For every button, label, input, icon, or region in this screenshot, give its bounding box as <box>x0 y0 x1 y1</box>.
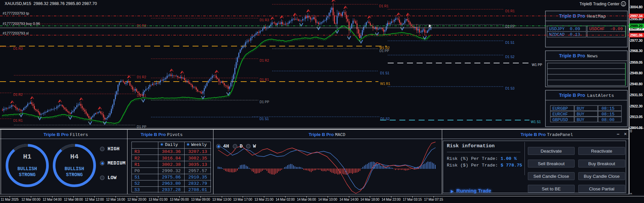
svg-text:D1 S1: D1 S1 <box>260 117 269 121</box>
svg-text:D1 S1: D1 S1 <box>505 41 515 44</box>
svg-text:D1 R2: D1 R2 <box>260 59 269 62</box>
svg-text:BULLISH: BULLISH <box>18 166 37 171</box>
svg-text:D1 R2: D1 R2 <box>13 93 23 97</box>
svg-text:D1 S1: D1 S1 <box>380 71 389 75</box>
svg-text:TripleB Trading Center: TripleB Trading Center <box>580 2 619 6</box>
svg-text:D1 R1: D1 R1 <box>379 4 389 8</box>
svg-text:W1 S1: W1 S1 <box>531 120 541 124</box>
svg-text:D1 R3: D1 R3 <box>13 47 23 50</box>
svg-text:EURCHF: EURCHF <box>552 112 568 117</box>
svg-text:D1 S2: D1 S2 <box>505 55 515 59</box>
svg-text:Triple B Pro: Triple B Pro <box>559 93 585 98</box>
svg-text:STRONG: STRONG <box>19 172 36 177</box>
svg-text:GBPUSD: GBPUSD <box>552 117 568 122</box>
svg-text:News: News <box>587 54 598 59</box>
svg-text:Triple B Pro: Triple B Pro <box>559 53 585 58</box>
svg-text:#1777203793 buy 0.96: #1777203793 buy 0.96 <box>3 22 40 26</box>
svg-text:BULLISH: BULLISH <box>65 166 84 171</box>
svg-text:08:15: 08:15 <box>602 106 614 111</box>
svg-text:USDCHF -0.09: USDCHF -0.09 <box>589 27 623 32</box>
svg-text:BUY: BUY <box>577 117 585 122</box>
svg-text:08:00: 08:00 <box>602 117 614 122</box>
svg-text:D1 PP: D1 PP <box>505 25 515 28</box>
svg-text:#1777203793 tp: #1777203793 tp <box>3 11 29 15</box>
svg-text:D1 R1: D1 R1 <box>13 119 23 122</box>
svg-text:W1 R2: W1 R2 <box>379 46 390 50</box>
svg-text:HeatMap: HeatMap <box>587 14 606 19</box>
svg-text:NZDCAD 0.13: NZDCAD 0.13 <box>549 32 580 37</box>
svg-text:D1 R1: D1 R1 <box>505 9 515 13</box>
svg-text:D1 R1: D1 R1 <box>260 78 269 82</box>
svg-text:XAUUSD,M15 2986.32 2988.76 29: XAUUSD,M15 2986.32 2988.76 2985.80 2987.… <box>5 1 97 6</box>
svg-text:LastAlerts: LastAlerts <box>587 93 614 98</box>
svg-text:STRONG: STRONG <box>66 172 83 177</box>
svg-text:BUY: BUY <box>577 106 585 111</box>
svg-text:BUY: BUY <box>577 112 585 117</box>
svg-text:H4: H4 <box>70 153 78 161</box>
svg-text:D1 S3: D1 S3 <box>505 87 515 90</box>
svg-text:USDJPY 0.09: USDJPY 0.09 <box>549 27 580 32</box>
svg-text:H1: H1 <box>23 153 31 161</box>
svg-text:W1 PP: W1 PP <box>532 63 542 67</box>
svg-text:D1 R1: D1 R1 <box>137 94 146 98</box>
svg-text:D1 R2: D1 R2 <box>137 75 146 79</box>
svg-text:D1 R3: D1 R3 <box>260 18 269 22</box>
svg-text:#1777203793 sl: #1777203793 sl <box>3 31 29 35</box>
svg-text:D1 PP: D1 PP <box>260 100 269 104</box>
svg-text:08:15: 08:15 <box>602 112 614 117</box>
svg-text:EURGBP: EURGBP <box>552 106 568 111</box>
svg-text:W1 R1: W1 R1 <box>380 82 390 86</box>
